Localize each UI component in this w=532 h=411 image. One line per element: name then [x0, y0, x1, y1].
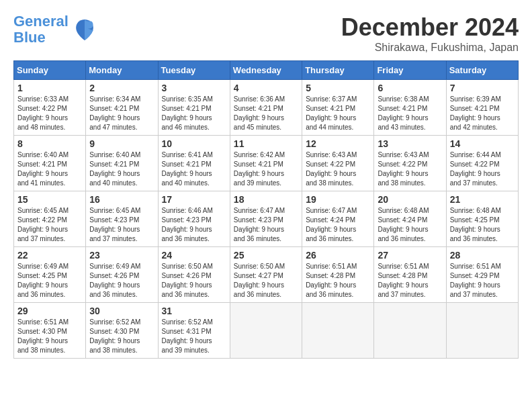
day-cell: 2Sunrise: 6:34 AM Sunset: 4:21 PM Daylig…	[86, 80, 158, 136]
day-cell: 6Sunrise: 6:38 AM Sunset: 4:21 PM Daylig…	[374, 80, 446, 136]
day-cell: 13Sunrise: 6:43 AM Sunset: 4:22 PM Dayli…	[374, 136, 446, 191]
day-info: Sunrise: 6:41 AM Sunset: 4:21 PM Dayligh…	[162, 150, 226, 188]
day-info: Sunrise: 6:51 AM Sunset: 4:30 PM Dayligh…	[17, 318, 82, 355]
day-number: 19	[306, 194, 370, 205]
day-cell: 9Sunrise: 6:40 AM Sunset: 4:21 PM Daylig…	[86, 136, 158, 191]
day-number: 27	[378, 250, 442, 261]
day-info: Sunrise: 6:45 AM Sunset: 4:22 PM Dayligh…	[17, 206, 82, 244]
title-area: December 2024 Shirakawa, Fukushima, Japa…	[341, 13, 519, 54]
weekday-header-monday: Monday	[86, 61, 158, 80]
day-info: Sunrise: 6:35 AM Sunset: 4:21 PM Dayligh…	[162, 95, 226, 132]
day-info: Sunrise: 6:38 AM Sunset: 4:21 PM Dayligh…	[378, 95, 442, 132]
day-info: Sunrise: 6:52 AM Sunset: 4:30 PM Dayligh…	[89, 318, 154, 355]
day-cell: 27Sunrise: 6:51 AM Sunset: 4:28 PM Dayli…	[374, 247, 446, 303]
day-cell: 10Sunrise: 6:41 AM Sunset: 4:21 PM Dayli…	[158, 136, 230, 191]
week-row-2: 8Sunrise: 6:40 AM Sunset: 4:21 PM Daylig…	[14, 136, 519, 191]
day-cell: 4Sunrise: 6:36 AM Sunset: 4:21 PM Daylig…	[230, 80, 302, 136]
day-number: 15	[17, 194, 82, 205]
day-number: 8	[17, 138, 82, 149]
day-cell: 3Sunrise: 6:35 AM Sunset: 4:21 PM Daylig…	[158, 80, 230, 136]
weekday-header-thursday: Thursday	[302, 61, 374, 80]
weekday-header-tuesday: Tuesday	[158, 61, 230, 80]
day-cell: 25Sunrise: 6:50 AM Sunset: 4:27 PM Dayli…	[230, 247, 302, 303]
day-cell: 30Sunrise: 6:52 AM Sunset: 4:30 PM Dayli…	[86, 303, 158, 359]
day-cell: 24Sunrise: 6:50 AM Sunset: 4:26 PM Dayli…	[158, 247, 230, 303]
day-number: 13	[378, 138, 442, 149]
day-info: Sunrise: 6:43 AM Sunset: 4:22 PM Dayligh…	[306, 150, 370, 188]
day-number: 14	[450, 138, 515, 149]
day-number: 18	[234, 194, 298, 205]
day-cell: 26Sunrise: 6:51 AM Sunset: 4:28 PM Dayli…	[302, 247, 374, 303]
day-info: Sunrise: 6:43 AM Sunset: 4:22 PM Dayligh…	[378, 150, 442, 188]
day-number: 25	[234, 250, 298, 261]
day-info: Sunrise: 6:37 AM Sunset: 4:21 PM Dayligh…	[306, 95, 370, 132]
day-cell: 22Sunrise: 6:49 AM Sunset: 4:25 PM Dayli…	[14, 247, 86, 303]
logo-icon	[71, 16, 98, 43]
week-row-4: 22Sunrise: 6:49 AM Sunset: 4:25 PM Dayli…	[14, 247, 519, 303]
weekday-header-friday: Friday	[374, 61, 446, 80]
day-cell: 8Sunrise: 6:40 AM Sunset: 4:21 PM Daylig…	[14, 136, 86, 191]
day-number: 23	[89, 250, 154, 261]
weekday-header-sunday: Sunday	[14, 61, 86, 80]
day-cell: 16Sunrise: 6:45 AM Sunset: 4:23 PM Dayli…	[86, 191, 158, 247]
day-number: 17	[162, 194, 226, 205]
day-cell	[302, 303, 374, 359]
day-info: Sunrise: 6:47 AM Sunset: 4:23 PM Dayligh…	[234, 206, 298, 244]
day-info: Sunrise: 6:34 AM Sunset: 4:21 PM Dayligh…	[89, 95, 154, 132]
day-info: Sunrise: 6:47 AM Sunset: 4:24 PM Dayligh…	[306, 206, 370, 244]
day-cell: 29Sunrise: 6:51 AM Sunset: 4:30 PM Dayli…	[14, 303, 86, 359]
day-number: 4	[234, 83, 298, 93]
day-cell: 18Sunrise: 6:47 AM Sunset: 4:23 PM Dayli…	[230, 191, 302, 247]
day-number: 1	[17, 83, 82, 93]
day-cell	[374, 303, 446, 359]
day-info: Sunrise: 6:40 AM Sunset: 4:21 PM Dayligh…	[89, 150, 154, 188]
day-cell: 31Sunrise: 6:52 AM Sunset: 4:31 PM Dayli…	[158, 303, 230, 359]
day-info: Sunrise: 6:51 AM Sunset: 4:28 PM Dayligh…	[378, 262, 442, 300]
day-info: Sunrise: 6:49 AM Sunset: 4:26 PM Dayligh…	[89, 262, 154, 300]
calendar-table: SundayMondayTuesdayWednesdayThursdayFrid…	[13, 60, 519, 359]
day-number: 16	[89, 194, 154, 205]
day-number: 28	[450, 250, 515, 261]
weekday-header-row: SundayMondayTuesdayWednesdayThursdayFrid…	[14, 61, 519, 80]
day-number: 11	[234, 138, 298, 149]
day-number: 29	[17, 306, 82, 316]
day-info: Sunrise: 6:48 AM Sunset: 4:24 PM Dayligh…	[378, 206, 442, 244]
day-number: 20	[378, 194, 442, 205]
day-number: 12	[306, 138, 370, 149]
day-info: Sunrise: 6:51 AM Sunset: 4:28 PM Dayligh…	[306, 262, 370, 300]
day-cell: 12Sunrise: 6:43 AM Sunset: 4:22 PM Dayli…	[302, 136, 374, 191]
day-info: Sunrise: 6:49 AM Sunset: 4:25 PM Dayligh…	[17, 262, 82, 300]
day-info: Sunrise: 6:48 AM Sunset: 4:25 PM Dayligh…	[450, 206, 515, 244]
logo-text: GeneralBlue	[13, 13, 69, 46]
weekday-header-wednesday: Wednesday	[230, 61, 302, 80]
day-info: Sunrise: 6:51 AM Sunset: 4:29 PM Dayligh…	[450, 262, 515, 300]
day-cell: 21Sunrise: 6:48 AM Sunset: 4:25 PM Dayli…	[446, 191, 518, 247]
header: GeneralBlue December 2024 Shirakawa, Fuk…	[13, 13, 519, 54]
day-cell: 19Sunrise: 6:47 AM Sunset: 4:24 PM Dayli…	[302, 191, 374, 247]
day-cell	[446, 303, 518, 359]
location-title: Shirakawa, Fukushima, Japan	[341, 42, 519, 54]
weekday-header-saturday: Saturday	[446, 61, 518, 80]
day-number: 26	[306, 250, 370, 261]
day-number: 6	[378, 83, 442, 93]
day-number: 30	[89, 306, 154, 316]
day-cell: 7Sunrise: 6:39 AM Sunset: 4:21 PM Daylig…	[446, 80, 518, 136]
day-number: 7	[450, 83, 515, 93]
day-number: 24	[162, 250, 226, 261]
day-number: 10	[162, 138, 226, 149]
day-number: 2	[89, 83, 154, 93]
day-cell: 20Sunrise: 6:48 AM Sunset: 4:24 PM Dayli…	[374, 191, 446, 247]
day-cell: 1Sunrise: 6:33 AM Sunset: 4:22 PM Daylig…	[14, 80, 86, 136]
day-info: Sunrise: 6:40 AM Sunset: 4:21 PM Dayligh…	[17, 150, 82, 188]
logo: GeneralBlue	[13, 13, 98, 46]
day-info: Sunrise: 6:44 AM Sunset: 4:22 PM Dayligh…	[450, 150, 515, 188]
day-info: Sunrise: 6:36 AM Sunset: 4:21 PM Dayligh…	[234, 95, 298, 132]
day-info: Sunrise: 6:50 AM Sunset: 4:27 PM Dayligh…	[234, 262, 298, 300]
day-cell: 14Sunrise: 6:44 AM Sunset: 4:22 PM Dayli…	[446, 136, 518, 191]
day-number: 22	[17, 250, 82, 261]
day-info: Sunrise: 6:46 AM Sunset: 4:23 PM Dayligh…	[162, 206, 226, 244]
day-cell	[230, 303, 302, 359]
month-title: December 2024	[341, 13, 519, 42]
day-cell: 23Sunrise: 6:49 AM Sunset: 4:26 PM Dayli…	[86, 247, 158, 303]
day-info: Sunrise: 6:50 AM Sunset: 4:26 PM Dayligh…	[162, 262, 226, 300]
